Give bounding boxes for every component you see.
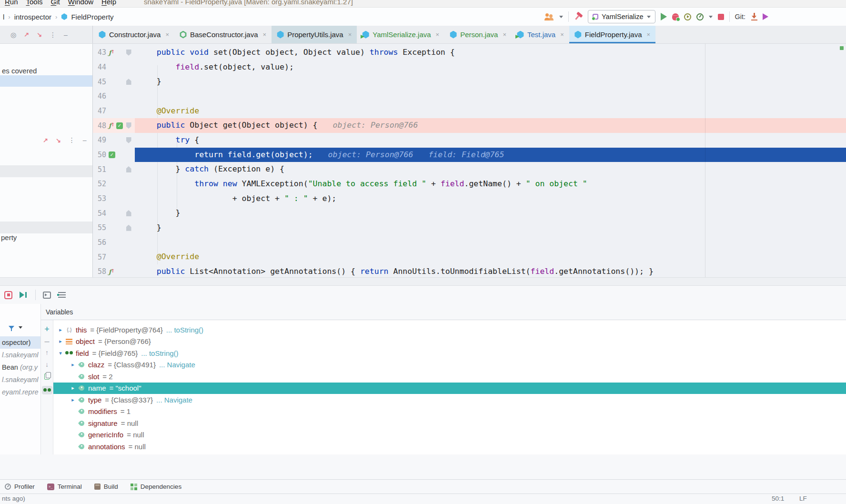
tool-window-tab-profiler[interactable]: Profiler xyxy=(5,483,35,490)
build-project-icon[interactable] xyxy=(572,10,584,22)
code-text[interactable]: } catch (Exception e) { xyxy=(135,162,846,177)
fold-marker-icon[interactable] xyxy=(126,166,131,172)
chevron-down-icon[interactable]: ▾ xyxy=(56,350,65,356)
more-options-icon[interactable]: ⋮ xyxy=(69,136,75,144)
code-text[interactable]: } xyxy=(135,221,846,235)
console-icon[interactable] xyxy=(43,292,51,299)
chevron-right-icon[interactable]: ▸ xyxy=(69,397,77,403)
variable-row-annotations[interactable]: annotations= null xyxy=(53,441,846,453)
frame-row[interactable]: eyaml.repre xyxy=(0,386,40,398)
code-text[interactable]: } xyxy=(135,74,846,89)
evaluate-link[interactable]: ... Navigate xyxy=(159,361,195,369)
code-line-53[interactable]: 53 + object + " : " + e); xyxy=(93,192,846,206)
overrides-method-icon[interactable]: ƒ xyxy=(109,49,115,56)
variable-row-slot[interactable]: slot= 2 xyxy=(53,371,846,383)
close-icon[interactable]: × xyxy=(348,31,352,38)
evaluate-link[interactable]: ... toString() xyxy=(141,349,178,357)
line-number[interactable]: 49 xyxy=(93,136,106,144)
variable-row-fieldAccessor[interactable]: fieldAccessor= null xyxy=(53,453,846,455)
line-number[interactable]: 45 xyxy=(93,78,106,86)
code-line-50[interactable]: 50 return field.get(object);object: Pers… xyxy=(93,148,846,162)
code-editor[interactable]: 43ƒ public void set(Object object, Objec… xyxy=(93,44,846,277)
tool-window-tab-terminal[interactable]: Terminal xyxy=(47,483,82,490)
code-text[interactable]: field.set(object, value); xyxy=(135,60,846,75)
code-text[interactable]: try { xyxy=(135,133,846,148)
more-options-icon[interactable]: ⋮ xyxy=(50,31,56,39)
code-line-48[interactable]: 48ƒ public Object get(Object object) {ob… xyxy=(93,118,846,133)
close-icon[interactable]: × xyxy=(560,31,564,38)
target-icon[interactable]: ◎ xyxy=(10,31,16,39)
code-text[interactable] xyxy=(135,235,846,250)
tab-person-java[interactable]: Person.java× xyxy=(444,26,512,43)
frame-row[interactable]: Bean (org.y xyxy=(0,361,40,373)
selected-row[interactable] xyxy=(0,75,92,87)
close-icon[interactable]: × xyxy=(503,31,506,38)
code-line-58[interactable]: 58ƒ public List<Annotation> getAnnotatio… xyxy=(93,264,846,277)
code-text[interactable]: @Override xyxy=(135,104,846,119)
line-number[interactable]: 58 xyxy=(93,267,106,276)
menu-run[interactable]: Run xyxy=(5,0,18,6)
line-number[interactable]: 47 xyxy=(93,107,106,115)
tab-test-java[interactable]: Test.java× xyxy=(512,26,569,43)
tab-fieldproperty-java[interactable]: FieldProperty.java× xyxy=(569,26,655,43)
tab-constructor-java[interactable]: Constructor.java× xyxy=(93,26,174,43)
tab-baseconstructor-java[interactable]: BaseConstructor.java× xyxy=(174,26,272,43)
coverage-button[interactable] xyxy=(696,13,704,20)
variable-row-type[interactable]: ▸type= {Class@337}... Navigate xyxy=(53,394,846,406)
menu-help[interactable]: Help xyxy=(101,0,116,6)
variable-row-this[interactable]: ▸{..}this= {FieldProperty@764}... toStri… xyxy=(53,324,846,336)
evaluate-link[interactable]: ... Navigate xyxy=(156,396,192,404)
code-text[interactable]: public List<Annotation> getAnnotations()… xyxy=(135,264,846,277)
code-text[interactable]: + object + " : " + e); xyxy=(135,192,846,206)
line-number[interactable]: 46 xyxy=(93,92,106,101)
line-number[interactable]: 52 xyxy=(93,180,106,188)
code-line-43[interactable]: 43ƒ public void set(Object object, Objec… xyxy=(93,45,846,60)
profiler-button[interactable] xyxy=(684,13,691,20)
code-text[interactable]: public Object get(Object object) {object… xyxy=(135,118,846,133)
line-number[interactable]: 56 xyxy=(93,238,106,247)
move-down-icon[interactable]: ↓ xyxy=(45,362,49,367)
filter-icon[interactable] xyxy=(9,326,14,329)
line-number[interactable]: 53 xyxy=(93,194,106,203)
layout-settings-icon[interactable] xyxy=(58,292,66,298)
code-text[interactable]: @Override xyxy=(135,250,846,264)
add-watch-icon[interactable]: + xyxy=(44,326,50,333)
git-update-icon[interactable] xyxy=(751,13,757,20)
code-text[interactable]: } xyxy=(135,206,846,221)
variable-row-genericInfo[interactable]: genericInfo= null xyxy=(53,429,846,441)
tool-window-tab-dependencies[interactable]: Dependencies xyxy=(131,483,181,490)
variable-row-modifiers[interactable]: modifiers= 1 xyxy=(53,406,846,418)
menu-tools[interactable]: Tools xyxy=(26,0,43,6)
code-line-44[interactable]: 44 field.set(object, value); xyxy=(93,60,846,75)
code-line-51[interactable]: 51 } catch (Exception e) { xyxy=(93,162,846,177)
test-passed-icon[interactable] xyxy=(109,151,115,158)
tab-propertyutils-java[interactable]: PropertyUtils.java× xyxy=(272,26,357,43)
variable-row-signature[interactable]: signature= null xyxy=(53,417,846,429)
list-row[interactable] xyxy=(0,165,92,177)
variable-row-clazz[interactable]: ▸clazz= {Class@491}... Navigate xyxy=(53,359,846,371)
stop-button[interactable] xyxy=(718,14,724,20)
chevron-right-icon[interactable]: ▸ xyxy=(69,385,77,391)
move-up-icon[interactable]: ↑ xyxy=(45,350,49,355)
minimize-icon[interactable]: – xyxy=(64,31,68,39)
chevron-down-icon[interactable] xyxy=(709,16,713,18)
collapse-icon[interactable]: ↘ xyxy=(56,137,61,144)
run-button[interactable] xyxy=(661,13,667,20)
line-number[interactable]: 50 xyxy=(93,151,106,159)
code-line-52[interactable]: 52 throw new YAMLException("Unable to ac… xyxy=(93,177,846,192)
fold-marker-icon[interactable] xyxy=(126,50,131,56)
horizontal-scrollbar[interactable] xyxy=(0,277,846,286)
line-number[interactable]: 48 xyxy=(93,121,106,130)
tool-window-tab-build[interactable]: Build xyxy=(94,483,118,490)
code-line-57[interactable]: 57 @Override xyxy=(93,250,846,264)
remove-watch-icon[interactable]: – xyxy=(44,339,49,343)
line-number[interactable]: 55 xyxy=(93,223,106,232)
code-text[interactable] xyxy=(135,89,846,104)
variable-row-name[interactable]: ▸name= "school" xyxy=(53,383,846,394)
frame-row[interactable]: l.snakeyaml xyxy=(0,373,40,386)
code-line-54[interactable]: 54 } xyxy=(93,206,846,221)
test-passed-icon[interactable] xyxy=(116,122,123,129)
frame-row[interactable]: l.snakeyaml xyxy=(0,349,40,361)
chevron-right-icon[interactable]: ▸ xyxy=(69,362,77,368)
fold-marker-icon[interactable] xyxy=(126,225,131,231)
